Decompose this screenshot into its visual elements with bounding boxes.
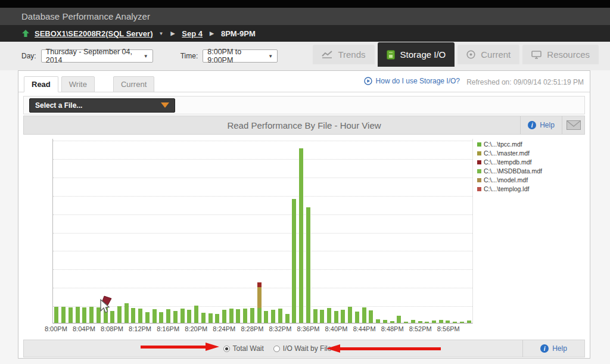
legend-label: C:\...\master.mdf — [484, 150, 530, 157]
help-label: Help — [540, 121, 555, 129]
bar-8:10PM[interactable] — [123, 139, 130, 323]
up-arrow-icon[interactable] — [21, 29, 30, 38]
bar-8:03PM[interactable] — [74, 139, 81, 323]
bar-8:39PM[interactable] — [326, 139, 333, 323]
tab-trends[interactable]: Trends — [313, 45, 374, 64]
breadcrumb-server-link[interactable]: SEBOX1\SE2008R2(SQL Server) — [35, 29, 152, 38]
day-label: Day: — [21, 52, 36, 60]
bar-8:11PM[interactable] — [130, 139, 137, 323]
breadcrumb-date-link[interactable]: Sep 4 — [182, 29, 203, 38]
bar-8:26PM[interactable] — [235, 139, 242, 323]
bar-8:48PM[interactable] — [388, 139, 396, 323]
legend-item: C:\...\model.mdf — [477, 176, 542, 183]
bar-8:09PM[interactable] — [116, 139, 123, 323]
bar-8:16PM[interactable] — [165, 139, 172, 323]
bar-8:43PM[interactable] — [354, 139, 361, 323]
bar-8:00PM[interactable] — [53, 139, 60, 323]
bar-8:51PM[interactable] — [409, 139, 416, 323]
radio-unselected-icon — [273, 346, 280, 352]
tab-label: Trends — [338, 49, 365, 60]
bar-8:47PM[interactable] — [382, 139, 389, 323]
bar-8:50PM[interactable] — [403, 139, 410, 323]
bar-8:20PM[interactable] — [193, 139, 200, 323]
bar-8:24PM[interactable] — [221, 139, 228, 323]
time-select[interactable]: 8:00PM to 9:00PM ▼ — [203, 49, 278, 63]
legend-item: C:\...\tpcc.mdf — [477, 141, 542, 148]
bar-8:14PM[interactable] — [151, 139, 158, 323]
day-select[interactable]: Thursday - September 04, 2014 ▼ — [41, 49, 153, 63]
breadcrumb-time-range: 8PM-9PM — [221, 29, 256, 38]
bar-8:23PM[interactable] — [214, 139, 221, 323]
x-tick-label: 8:48PM — [381, 325, 404, 332]
legend-item: C:\...\MSDBData.mdf — [477, 167, 542, 175]
bar-8:30PM[interactable] — [263, 139, 270, 323]
tab-write[interactable]: Write — [61, 76, 95, 92]
plot-area — [52, 139, 473, 323]
bar-8:35PM[interactable] — [298, 139, 305, 323]
tab-resources[interactable]: Resources — [522, 45, 599, 64]
bar-8:52PM[interactable] — [416, 139, 424, 323]
tab-read[interactable]: Read — [24, 76, 58, 92]
footer-help-button[interactable]: i Help — [522, 340, 584, 357]
bar-8:55PM[interactable] — [437, 139, 444, 323]
bar-8:12PM[interactable] — [137, 139, 144, 323]
bar-8:49PM[interactable] — [396, 139, 403, 323]
file-select-dropdown[interactable]: Select a File... — [29, 98, 175, 113]
tab-storage-io[interactable]: Storage I/O — [378, 42, 455, 67]
bar-8:01PM[interactable] — [60, 139, 67, 323]
legend-label: C:\...\templog.ldf — [484, 185, 529, 192]
bar-8:56PM[interactable] — [444, 139, 452, 323]
subtab-row: Read Write Current How do I use Storage … — [18, 71, 590, 92]
bar-8:33PM[interactable] — [284, 139, 291, 323]
bar-8:27PM[interactable] — [242, 139, 249, 323]
legend-item: C:\...\tempdb.mdf — [477, 158, 542, 166]
tab-current[interactable]: Current — [458, 45, 519, 64]
chart-header: Read Performance By File - Hour View i H… — [23, 116, 585, 135]
wait-mode-radio-group: Total Wait I/O Wait by File — [0, 340, 558, 357]
bar-8:29PM[interactable] — [256, 139, 263, 323]
bar-8:41PM[interactable] — [340, 139, 347, 323]
chart-help-button[interactable]: i Help — [520, 116, 562, 134]
bar-8:57PM[interactable] — [452, 139, 459, 323]
bar-8:40PM[interactable] — [332, 139, 340, 323]
bar-8:31PM[interactable] — [270, 139, 277, 323]
bar-8:02PM[interactable] — [67, 139, 74, 323]
x-tick-label: 8:36PM — [297, 325, 320, 332]
bar-8:17PM[interactable] — [172, 139, 179, 323]
bar-8:15PM[interactable] — [158, 139, 165, 323]
tab-current-sub[interactable]: Current — [113, 76, 154, 92]
bar-8:46PM[interactable] — [375, 139, 382, 323]
caret-down-icon: ▼ — [144, 54, 148, 59]
bar-8:04PM[interactable] — [81, 139, 88, 323]
bar-8:28PM[interactable] — [249, 139, 256, 323]
bar-8:19PM[interactable] — [186, 139, 193, 323]
email-button[interactable] — [562, 116, 584, 134]
bar-8:22PM[interactable] — [207, 139, 214, 323]
current-icon — [466, 50, 475, 59]
file-select-label: Select a File... — [35, 101, 82, 110]
bar-8:42PM[interactable] — [347, 139, 354, 323]
total-wait-radio[interactable]: Total Wait — [223, 344, 264, 353]
x-tick-label: 8:00PM — [45, 325, 67, 332]
io-wait-by-file-radio[interactable]: I/O Wait by File — [273, 344, 332, 353]
howto-link[interactable]: How do I use Storage I/O? — [364, 77, 460, 85]
bar-8:32PM[interactable] — [277, 139, 284, 323]
bar-8:13PM[interactable] — [144, 139, 151, 323]
bar-8:54PM[interactable] — [431, 139, 438, 323]
red-arrow-annotation-left — [141, 343, 219, 351]
bar-8:44PM[interactable] — [360, 139, 368, 323]
bar-8:36PM[interactable] — [304, 139, 312, 323]
bar-8:21PM[interactable] — [200, 139, 207, 323]
bar-8:25PM[interactable] — [228, 139, 235, 323]
bar-8:34PM[interactable] — [291, 139, 298, 323]
bar-8:53PM[interactable] — [424, 139, 431, 323]
bar-8:18PM[interactable] — [179, 139, 186, 323]
bar-8:05PM[interactable] — [88, 139, 95, 323]
bar-8:37PM[interactable] — [312, 139, 319, 323]
bar-8:59PM[interactable] — [465, 139, 472, 323]
bar-8:38PM[interactable] — [319, 139, 326, 323]
bar-8:58PM[interactable] — [459, 139, 466, 323]
caret-down-icon[interactable]: ▼ — [158, 31, 163, 36]
bar-8:45PM[interactable] — [368, 139, 375, 323]
storage-icon — [387, 50, 395, 60]
